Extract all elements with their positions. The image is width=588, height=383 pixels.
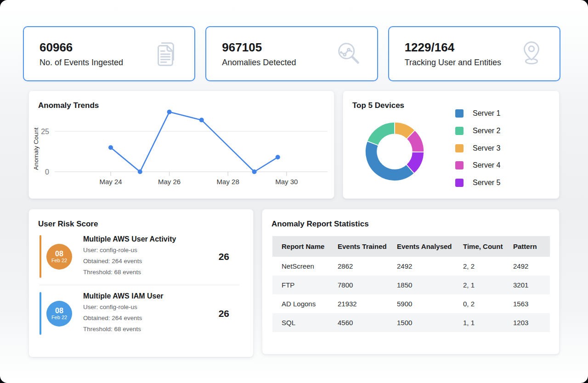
table-cell: SQL bbox=[282, 319, 338, 327]
tracking-entities-label: Tracking User and Entities bbox=[405, 57, 501, 68]
table-header-cell: Report Name bbox=[282, 242, 338, 250]
risk-item-detail: Threshold: 68 events bbox=[83, 267, 176, 278]
risk-item-divider bbox=[40, 285, 239, 285]
risk-date-badge: 08Feb 22 bbox=[46, 244, 72, 270]
risk-content: Multiple AWS User ActivityUser: config-r… bbox=[83, 235, 176, 278]
table-cell: 1, 1 bbox=[463, 319, 513, 327]
table-cell: 7800 bbox=[338, 281, 397, 289]
table-cell: FTP bbox=[282, 281, 338, 289]
legend-swatch bbox=[455, 144, 464, 152]
risk-item-detail: User: config-role-us bbox=[83, 245, 176, 256]
legend-item-server-3[interactable]: Server 3 bbox=[455, 144, 500, 152]
table-row: AD Logons2193259000, 21563 bbox=[272, 294, 550, 313]
table-cell: 2862 bbox=[338, 262, 397, 270]
top-devices-legend: Server 1Server 2Server 3Server 4Server 5 bbox=[455, 109, 500, 196]
y-axis-title: Anomaly Count bbox=[33, 128, 40, 170]
anomalies-detected-label: Anomalies Detected bbox=[222, 57, 296, 68]
legend-swatch bbox=[455, 127, 464, 135]
anomaly-trend-line bbox=[111, 112, 278, 172]
x-tick-label: May 30 bbox=[275, 178, 298, 186]
table-cell: 4560 bbox=[338, 319, 397, 327]
table-cell: 21932 bbox=[338, 300, 397, 308]
table-cell: 5900 bbox=[397, 300, 463, 308]
stat-card-events-ingested[interactable]: 60966 No. of Events Ingested bbox=[23, 26, 195, 81]
table-cell: 3201 bbox=[513, 281, 550, 289]
risk-date-day: 08 bbox=[55, 250, 63, 258]
legend-swatch bbox=[455, 109, 464, 118]
table-cell: 2, 1 bbox=[463, 281, 513, 289]
table-cell: AD Logons bbox=[282, 300, 338, 308]
user-risk-title: User Risk Score bbox=[29, 209, 253, 229]
legend-label: Server 4 bbox=[473, 161, 500, 169]
risk-item-title: Multiple AWS User Activity bbox=[83, 235, 176, 243]
data-point bbox=[276, 155, 280, 159]
y-tick-label: 25 bbox=[41, 128, 49, 135]
top-devices-donut-chart bbox=[362, 119, 427, 184]
risk-item[interactable]: 08Feb 22Multiple AWS User ActivityUser: … bbox=[40, 234, 253, 279]
legend-label: Server 1 bbox=[473, 109, 500, 118]
risk-content: Multiple AWS IAM UserUser: config-role-u… bbox=[83, 292, 164, 335]
dashboard: 60966 No. of Events Ingested 967105 bbox=[0, 0, 588, 383]
events-ingested-label: No. of Events Ingested bbox=[40, 57, 123, 68]
x-tick-label: May 28 bbox=[217, 178, 239, 186]
user-risk-panel: User Risk Score 08Feb 22Multiple AWS Use… bbox=[28, 209, 254, 357]
donut-slice-server-1[interactable] bbox=[365, 141, 414, 181]
risk-item-title: Multiple AWS IAM User bbox=[83, 292, 164, 300]
table-row: SQL456015001, 11203 bbox=[272, 313, 550, 332]
legend-label: Server 5 bbox=[473, 179, 500, 187]
legend-item-server-1[interactable]: Server 1 bbox=[455, 109, 500, 118]
risk-item-detail: User: config-role-us bbox=[83, 302, 164, 313]
data-point bbox=[138, 169, 142, 174]
top-devices-panel: Top 5 Devices Server 1Server 2Server 3Se… bbox=[343, 90, 560, 199]
table-row: FTP780018502, 13201 bbox=[272, 276, 550, 294]
risk-score-value: 26 bbox=[219, 308, 229, 319]
legend-label: Server 2 bbox=[473, 127, 500, 135]
table-header-cell: Time, Count bbox=[463, 242, 513, 250]
top-devices-title: Top 5 Devices bbox=[343, 91, 559, 110]
stat-text: 1229/164 Tracking User and Entities bbox=[405, 40, 501, 68]
legend-item-server-4[interactable]: Server 4 bbox=[455, 161, 500, 169]
anomaly-trends-title: Anomaly Trends bbox=[29, 91, 334, 110]
table-header-cell: Events Trained bbox=[338, 242, 397, 250]
anomaly-trends-line-chart: 250May 24May 26May 28May 30Anomaly Count bbox=[29, 110, 335, 197]
legend-swatch bbox=[455, 161, 464, 169]
table-cell: 2492 bbox=[397, 262, 463, 270]
table-cell: 2492 bbox=[513, 262, 550, 270]
risk-item[interactable]: 08Feb 22Multiple AWS IAM UserUser: confi… bbox=[40, 291, 253, 336]
legend-item-server-2[interactable]: Server 2 bbox=[455, 127, 500, 135]
legend-label: Server 3 bbox=[473, 144, 500, 152]
risk-score-value: 26 bbox=[219, 251, 229, 262]
table-row: NetScreen286224922, 22492 bbox=[272, 257, 550, 276]
documents-icon bbox=[152, 39, 181, 68]
risk-date-month: Feb 22 bbox=[51, 258, 67, 264]
stat-card-tracking-entities[interactable]: 1229/164 Tracking User and Entities bbox=[388, 26, 560, 81]
x-tick-label: May 24 bbox=[99, 178, 122, 186]
legend-item-server-5[interactable]: Server 5 bbox=[455, 179, 500, 187]
risk-date-month: Feb 22 bbox=[51, 315, 67, 321]
y-tick-label: 0 bbox=[45, 168, 49, 176]
risk-item-detail: Obtained: 264 events bbox=[83, 313, 164, 324]
stat-text: 967105 Anomalies Detected bbox=[222, 40, 296, 68]
table-cell: 1500 bbox=[397, 319, 463, 327]
stat-text: 60966 No. of Events Ingested bbox=[40, 40, 123, 68]
x-tick-label: May 26 bbox=[158, 178, 181, 186]
risk-date-day: 08 bbox=[55, 307, 63, 315]
data-point bbox=[199, 118, 204, 122]
table-cell: 1563 bbox=[513, 300, 550, 308]
table-header-cell: Pattern bbox=[513, 242, 550, 250]
table-cell: 1850 bbox=[397, 281, 463, 289]
user-risk-list: 08Feb 22Multiple AWS User ActivityUser: … bbox=[29, 234, 253, 336]
data-point bbox=[252, 169, 257, 174]
table-header-cell: Events Analysed bbox=[397, 242, 463, 250]
data-point bbox=[108, 145, 113, 150]
donut-slice-server-2[interactable] bbox=[367, 122, 395, 145]
location-pin-icon bbox=[517, 39, 546, 68]
anomaly-trends-panel: Anomaly Trends 250May 24May 26May 28May … bbox=[28, 90, 334, 199]
stat-card-anomalies-detected[interactable]: 967105 Anomalies Detected bbox=[205, 26, 378, 81]
risk-item-detail: Threshold: 68 events bbox=[83, 324, 164, 335]
anomalies-detected-value: 967105 bbox=[222, 40, 296, 54]
risk-item-detail: Obtained: 264 events bbox=[83, 256, 176, 267]
tracking-entities-value: 1229/164 bbox=[405, 40, 501, 54]
report-stats-panel: Anomaly Report Statistics Report NameEve… bbox=[262, 209, 560, 355]
legend-swatch bbox=[455, 179, 464, 187]
